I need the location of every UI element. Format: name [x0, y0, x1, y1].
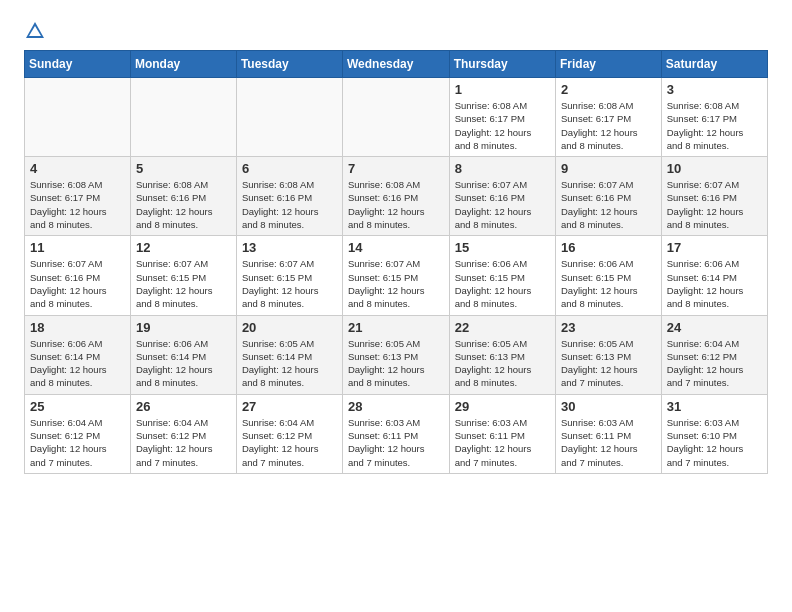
- calendar-cell: 1Sunrise: 6:08 AM Sunset: 6:17 PM Daylig…: [449, 78, 555, 157]
- week-row-4: 18Sunrise: 6:06 AM Sunset: 6:14 PM Dayli…: [25, 315, 768, 394]
- day-info: Sunrise: 6:07 AM Sunset: 6:15 PM Dayligh…: [348, 257, 444, 310]
- day-number: 18: [30, 320, 125, 335]
- day-number: 27: [242, 399, 337, 414]
- calendar-cell: 10Sunrise: 6:07 AM Sunset: 6:16 PM Dayli…: [661, 157, 767, 236]
- day-number: 28: [348, 399, 444, 414]
- day-number: 13: [242, 240, 337, 255]
- day-number: 1: [455, 82, 550, 97]
- calendar-cell: 21Sunrise: 6:05 AM Sunset: 6:13 PM Dayli…: [342, 315, 449, 394]
- calendar-cell: 18Sunrise: 6:06 AM Sunset: 6:14 PM Dayli…: [25, 315, 131, 394]
- calendar-cell: 25Sunrise: 6:04 AM Sunset: 6:12 PM Dayli…: [25, 394, 131, 473]
- day-info: Sunrise: 6:06 AM Sunset: 6:15 PM Dayligh…: [561, 257, 656, 310]
- day-number: 26: [136, 399, 231, 414]
- calendar-cell: 11Sunrise: 6:07 AM Sunset: 6:16 PM Dayli…: [25, 236, 131, 315]
- day-info: Sunrise: 6:03 AM Sunset: 6:11 PM Dayligh…: [348, 416, 444, 469]
- day-info: Sunrise: 6:06 AM Sunset: 6:14 PM Dayligh…: [30, 337, 125, 390]
- calendar-cell: 22Sunrise: 6:05 AM Sunset: 6:13 PM Dayli…: [449, 315, 555, 394]
- calendar-cell: [25, 78, 131, 157]
- calendar-cell: 2Sunrise: 6:08 AM Sunset: 6:17 PM Daylig…: [556, 78, 662, 157]
- calendar-cell: 23Sunrise: 6:05 AM Sunset: 6:13 PM Dayli…: [556, 315, 662, 394]
- week-row-3: 11Sunrise: 6:07 AM Sunset: 6:16 PM Dayli…: [25, 236, 768, 315]
- day-info: Sunrise: 6:08 AM Sunset: 6:16 PM Dayligh…: [242, 178, 337, 231]
- day-info: Sunrise: 6:08 AM Sunset: 6:17 PM Dayligh…: [455, 99, 550, 152]
- calendar-cell: 30Sunrise: 6:03 AM Sunset: 6:11 PM Dayli…: [556, 394, 662, 473]
- weekday-header-monday: Monday: [130, 51, 236, 78]
- day-number: 6: [242, 161, 337, 176]
- calendar-cell: 20Sunrise: 6:05 AM Sunset: 6:14 PM Dayli…: [236, 315, 342, 394]
- day-number: 3: [667, 82, 762, 97]
- weekday-header-saturday: Saturday: [661, 51, 767, 78]
- day-info: Sunrise: 6:07 AM Sunset: 6:15 PM Dayligh…: [136, 257, 231, 310]
- day-number: 31: [667, 399, 762, 414]
- day-info: Sunrise: 6:05 AM Sunset: 6:13 PM Dayligh…: [561, 337, 656, 390]
- day-number: 20: [242, 320, 337, 335]
- day-number: 11: [30, 240, 125, 255]
- calendar-cell: 5Sunrise: 6:08 AM Sunset: 6:16 PM Daylig…: [130, 157, 236, 236]
- day-info: Sunrise: 6:05 AM Sunset: 6:13 PM Dayligh…: [348, 337, 444, 390]
- weekday-header-sunday: Sunday: [25, 51, 131, 78]
- calendar-cell: [236, 78, 342, 157]
- day-info: Sunrise: 6:08 AM Sunset: 6:17 PM Dayligh…: [30, 178, 125, 231]
- weekday-header-row: SundayMondayTuesdayWednesdayThursdayFrid…: [25, 51, 768, 78]
- day-info: Sunrise: 6:03 AM Sunset: 6:11 PM Dayligh…: [455, 416, 550, 469]
- day-info: Sunrise: 6:05 AM Sunset: 6:14 PM Dayligh…: [242, 337, 337, 390]
- day-info: Sunrise: 6:07 AM Sunset: 6:16 PM Dayligh…: [561, 178, 656, 231]
- calendar-cell: 27Sunrise: 6:04 AM Sunset: 6:12 PM Dayli…: [236, 394, 342, 473]
- weekday-header-tuesday: Tuesday: [236, 51, 342, 78]
- calendar-cell: [342, 78, 449, 157]
- day-number: 22: [455, 320, 550, 335]
- day-info: Sunrise: 6:08 AM Sunset: 6:16 PM Dayligh…: [136, 178, 231, 231]
- calendar-cell: 31Sunrise: 6:03 AM Sunset: 6:10 PM Dayli…: [661, 394, 767, 473]
- calendar-cell: 7Sunrise: 6:08 AM Sunset: 6:16 PM Daylig…: [342, 157, 449, 236]
- day-info: Sunrise: 6:08 AM Sunset: 6:16 PM Dayligh…: [348, 178, 444, 231]
- day-number: 19: [136, 320, 231, 335]
- calendar-cell: 14Sunrise: 6:07 AM Sunset: 6:15 PM Dayli…: [342, 236, 449, 315]
- day-info: Sunrise: 6:04 AM Sunset: 6:12 PM Dayligh…: [136, 416, 231, 469]
- calendar-cell: 24Sunrise: 6:04 AM Sunset: 6:12 PM Dayli…: [661, 315, 767, 394]
- day-number: 15: [455, 240, 550, 255]
- calendar-cell: 16Sunrise: 6:06 AM Sunset: 6:15 PM Dayli…: [556, 236, 662, 315]
- day-info: Sunrise: 6:04 AM Sunset: 6:12 PM Dayligh…: [30, 416, 125, 469]
- day-info: Sunrise: 6:07 AM Sunset: 6:16 PM Dayligh…: [667, 178, 762, 231]
- day-info: Sunrise: 6:06 AM Sunset: 6:15 PM Dayligh…: [455, 257, 550, 310]
- calendar-cell: 8Sunrise: 6:07 AM Sunset: 6:16 PM Daylig…: [449, 157, 555, 236]
- day-number: 12: [136, 240, 231, 255]
- weekday-header-wednesday: Wednesday: [342, 51, 449, 78]
- week-row-5: 25Sunrise: 6:04 AM Sunset: 6:12 PM Dayli…: [25, 394, 768, 473]
- day-info: Sunrise: 6:07 AM Sunset: 6:16 PM Dayligh…: [455, 178, 550, 231]
- day-number: 30: [561, 399, 656, 414]
- day-number: 25: [30, 399, 125, 414]
- day-number: 29: [455, 399, 550, 414]
- calendar-cell: 29Sunrise: 6:03 AM Sunset: 6:11 PM Dayli…: [449, 394, 555, 473]
- calendar-cell: 19Sunrise: 6:06 AM Sunset: 6:14 PM Dayli…: [130, 315, 236, 394]
- day-number: 9: [561, 161, 656, 176]
- calendar-cell: 12Sunrise: 6:07 AM Sunset: 6:15 PM Dayli…: [130, 236, 236, 315]
- week-row-2: 4Sunrise: 6:08 AM Sunset: 6:17 PM Daylig…: [25, 157, 768, 236]
- calendar-cell: 4Sunrise: 6:08 AM Sunset: 6:17 PM Daylig…: [25, 157, 131, 236]
- day-number: 21: [348, 320, 444, 335]
- day-info: Sunrise: 6:03 AM Sunset: 6:11 PM Dayligh…: [561, 416, 656, 469]
- calendar-cell: [130, 78, 236, 157]
- day-info: Sunrise: 6:06 AM Sunset: 6:14 PM Dayligh…: [667, 257, 762, 310]
- calendar-cell: 26Sunrise: 6:04 AM Sunset: 6:12 PM Dayli…: [130, 394, 236, 473]
- weekday-header-thursday: Thursday: [449, 51, 555, 78]
- calendar-cell: 6Sunrise: 6:08 AM Sunset: 6:16 PM Daylig…: [236, 157, 342, 236]
- day-info: Sunrise: 6:06 AM Sunset: 6:14 PM Dayligh…: [136, 337, 231, 390]
- weekday-header-friday: Friday: [556, 51, 662, 78]
- day-info: Sunrise: 6:04 AM Sunset: 6:12 PM Dayligh…: [242, 416, 337, 469]
- week-row-1: 1Sunrise: 6:08 AM Sunset: 6:17 PM Daylig…: [25, 78, 768, 157]
- calendar-cell: 3Sunrise: 6:08 AM Sunset: 6:17 PM Daylig…: [661, 78, 767, 157]
- calendar-cell: 9Sunrise: 6:07 AM Sunset: 6:16 PM Daylig…: [556, 157, 662, 236]
- day-number: 23: [561, 320, 656, 335]
- day-number: 5: [136, 161, 231, 176]
- day-number: 8: [455, 161, 550, 176]
- day-info: Sunrise: 6:03 AM Sunset: 6:10 PM Dayligh…: [667, 416, 762, 469]
- day-number: 7: [348, 161, 444, 176]
- day-info: Sunrise: 6:07 AM Sunset: 6:15 PM Dayligh…: [242, 257, 337, 310]
- page-header: [24, 20, 768, 42]
- calendar-cell: 17Sunrise: 6:06 AM Sunset: 6:14 PM Dayli…: [661, 236, 767, 315]
- calendar-table: SundayMondayTuesdayWednesdayThursdayFrid…: [24, 50, 768, 474]
- day-number: 17: [667, 240, 762, 255]
- day-number: 16: [561, 240, 656, 255]
- day-number: 2: [561, 82, 656, 97]
